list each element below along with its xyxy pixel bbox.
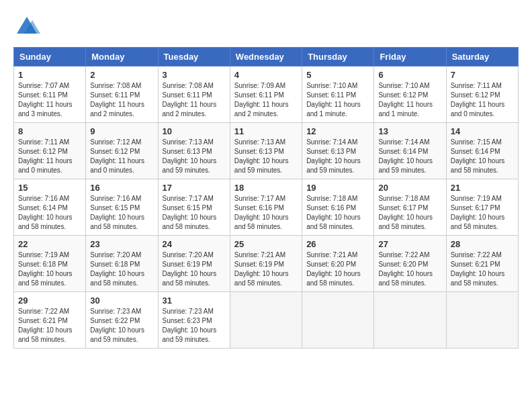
cell-details: Sunrise: 7:16 AMSunset: 6:15 PMDaylight:… — [90, 194, 153, 232]
cell-details: Sunrise: 7:22 AMSunset: 6:20 PMDaylight:… — [378, 250, 441, 288]
day-number: 3 — [163, 70, 226, 80]
calendar-cell: 5Sunrise: 7:10 AMSunset: 6:11 PMDaylight… — [302, 66, 374, 123]
day-number: 25 — [234, 239, 298, 249]
page-header — [13, 13, 519, 40]
calendar-cell — [302, 292, 374, 349]
day-number: 6 — [378, 70, 441, 80]
cell-details: Sunrise: 7:18 AMSunset: 6:16 PMDaylight:… — [306, 194, 369, 232]
calendar-cell: 21Sunrise: 7:19 AMSunset: 6:17 PMDayligh… — [446, 179, 518, 236]
cell-details: Sunrise: 7:18 AMSunset: 6:17 PMDaylight:… — [378, 194, 441, 232]
calendar-cell: 20Sunrise: 7:18 AMSunset: 6:17 PMDayligh… — [374, 179, 446, 236]
day-number: 17 — [163, 183, 226, 193]
calendar-week-1: 1Sunrise: 7:07 AMSunset: 6:11 PMDaylight… — [14, 66, 519, 123]
day-number: 30 — [90, 295, 153, 306]
day-number: 20 — [378, 183, 441, 193]
day-number: 7 — [451, 70, 514, 80]
cell-details: Sunrise: 7:15 AMSunset: 6:14 PMDaylight:… — [451, 138, 514, 175]
day-number: 27 — [378, 239, 441, 249]
cell-details: Sunrise: 7:19 AMSunset: 6:18 PMDaylight:… — [18, 250, 81, 288]
day-number: 15 — [18, 183, 81, 193]
cell-details: Sunrise: 7:23 AMSunset: 6:23 PMDaylight:… — [163, 307, 226, 345]
calendar-cell: 3Sunrise: 7:08 AMSunset: 6:11 PMDaylight… — [158, 66, 230, 123]
calendar-cell: 16Sunrise: 7:16 AMSunset: 6:15 PMDayligh… — [86, 179, 158, 236]
day-header-tuesday: Tuesday — [158, 48, 230, 66]
calendar-cell: 9Sunrise: 7:12 AMSunset: 6:12 PMDaylight… — [86, 123, 158, 179]
day-number: 5 — [306, 70, 369, 80]
cell-details: Sunrise: 7:16 AMSunset: 6:14 PMDaylight:… — [18, 194, 81, 232]
calendar-cell: 30Sunrise: 7:23 AMSunset: 6:22 PMDayligh… — [86, 292, 158, 349]
cell-details: Sunrise: 7:14 AMSunset: 6:13 PMDaylight:… — [306, 138, 369, 175]
day-number: 31 — [163, 295, 226, 306]
day-number: 22 — [18, 239, 81, 249]
day-number: 11 — [234, 126, 298, 136]
cell-details: Sunrise: 7:20 AMSunset: 6:19 PMDaylight:… — [163, 250, 226, 288]
cell-details: Sunrise: 7:08 AMSunset: 6:11 PMDaylight:… — [163, 81, 226, 119]
day-number: 2 — [90, 70, 153, 80]
day-number: 4 — [234, 70, 298, 80]
day-header-wednesday: Wednesday — [230, 48, 302, 66]
cell-details: Sunrise: 7:12 AMSunset: 6:12 PMDaylight:… — [90, 138, 153, 175]
calendar-cell: 17Sunrise: 7:17 AMSunset: 6:15 PMDayligh… — [158, 179, 230, 236]
calendar-cell: 2Sunrise: 7:08 AMSunset: 6:11 PMDaylight… — [86, 66, 158, 123]
calendar-week-4: 22Sunrise: 7:19 AMSunset: 6:18 PMDayligh… — [14, 236, 519, 292]
logo — [13, 13, 43, 40]
calendar-cell: 27Sunrise: 7:22 AMSunset: 6:20 PMDayligh… — [374, 236, 446, 292]
day-number: 9 — [90, 126, 153, 136]
day-number: 26 — [306, 239, 369, 249]
cell-details: Sunrise: 7:22 AMSunset: 6:21 PMDaylight:… — [451, 250, 514, 288]
day-number: 10 — [163, 126, 226, 136]
day-header-friday: Friday — [374, 48, 446, 66]
cell-details: Sunrise: 7:13 AMSunset: 6:13 PMDaylight:… — [234, 138, 298, 175]
calendar-cell: 4Sunrise: 7:09 AMSunset: 6:11 PMDaylight… — [230, 66, 302, 123]
day-number: 8 — [18, 126, 81, 136]
calendar-cell: 29Sunrise: 7:22 AMSunset: 6:21 PMDayligh… — [14, 292, 86, 349]
day-number: 24 — [163, 239, 226, 249]
day-number: 23 — [90, 239, 153, 249]
cell-details: Sunrise: 7:11 AMSunset: 6:12 PMDaylight:… — [451, 81, 514, 119]
cell-details: Sunrise: 7:17 AMSunset: 6:16 PMDaylight:… — [234, 194, 298, 232]
calendar-table: SundayMondayTuesdayWednesdayThursdayFrid… — [13, 47, 519, 349]
logo-icon — [13, 13, 40, 40]
day-header-saturday: Saturday — [446, 48, 518, 66]
calendar-cell: 18Sunrise: 7:17 AMSunset: 6:16 PMDayligh… — [230, 179, 302, 236]
calendar-cell: 25Sunrise: 7:21 AMSunset: 6:19 PMDayligh… — [230, 236, 302, 292]
calendar-cell: 31Sunrise: 7:23 AMSunset: 6:23 PMDayligh… — [158, 292, 230, 349]
calendar-cell — [230, 292, 302, 349]
calendar-cell: 11Sunrise: 7:13 AMSunset: 6:13 PMDayligh… — [230, 123, 302, 179]
calendar-cell: 6Sunrise: 7:10 AMSunset: 6:12 PMDaylight… — [374, 66, 446, 123]
calendar-cell: 28Sunrise: 7:22 AMSunset: 6:21 PMDayligh… — [446, 236, 518, 292]
cell-details: Sunrise: 7:20 AMSunset: 6:18 PMDaylight:… — [90, 250, 153, 288]
calendar-cell: 22Sunrise: 7:19 AMSunset: 6:18 PMDayligh… — [14, 236, 86, 292]
calendar-cell: 23Sunrise: 7:20 AMSunset: 6:18 PMDayligh… — [86, 236, 158, 292]
cell-details: Sunrise: 7:14 AMSunset: 6:14 PMDaylight:… — [378, 138, 441, 175]
cell-details: Sunrise: 7:10 AMSunset: 6:11 PMDaylight:… — [306, 81, 369, 119]
calendar-week-2: 8Sunrise: 7:11 AMSunset: 6:12 PMDaylight… — [14, 123, 519, 179]
calendar-cell: 24Sunrise: 7:20 AMSunset: 6:19 PMDayligh… — [158, 236, 230, 292]
day-number: 14 — [451, 126, 514, 136]
cell-details: Sunrise: 7:11 AMSunset: 6:12 PMDaylight:… — [18, 138, 81, 175]
day-header-sunday: Sunday — [14, 48, 86, 66]
day-number: 13 — [378, 126, 441, 136]
calendar-cell: 15Sunrise: 7:16 AMSunset: 6:14 PMDayligh… — [14, 179, 86, 236]
cell-details: Sunrise: 7:09 AMSunset: 6:11 PMDaylight:… — [234, 81, 298, 119]
cell-details: Sunrise: 7:17 AMSunset: 6:15 PMDaylight:… — [163, 194, 226, 232]
calendar-cell: 12Sunrise: 7:14 AMSunset: 6:13 PMDayligh… — [302, 123, 374, 179]
day-number: 1 — [18, 70, 81, 80]
calendar-cell: 10Sunrise: 7:13 AMSunset: 6:13 PMDayligh… — [158, 123, 230, 179]
day-header-monday: Monday — [86, 48, 158, 66]
day-number: 19 — [306, 183, 369, 193]
cell-details: Sunrise: 7:23 AMSunset: 6:22 PMDaylight:… — [90, 307, 153, 345]
cell-details: Sunrise: 7:10 AMSunset: 6:12 PMDaylight:… — [378, 81, 441, 119]
day-number: 28 — [451, 239, 514, 249]
calendar-cell — [374, 292, 446, 349]
cell-details: Sunrise: 7:21 AMSunset: 6:19 PMDaylight:… — [234, 250, 298, 288]
cell-details: Sunrise: 7:08 AMSunset: 6:11 PMDaylight:… — [90, 81, 153, 119]
calendar-cell — [446, 292, 518, 349]
cell-details: Sunrise: 7:19 AMSunset: 6:17 PMDaylight:… — [451, 194, 514, 232]
day-number: 12 — [306, 126, 369, 136]
calendar-week-3: 15Sunrise: 7:16 AMSunset: 6:14 PMDayligh… — [14, 179, 519, 236]
cell-details: Sunrise: 7:07 AMSunset: 6:11 PMDaylight:… — [18, 81, 81, 119]
calendar-cell: 13Sunrise: 7:14 AMSunset: 6:14 PMDayligh… — [374, 123, 446, 179]
day-number: 16 — [90, 183, 153, 193]
day-number: 29 — [18, 295, 81, 306]
